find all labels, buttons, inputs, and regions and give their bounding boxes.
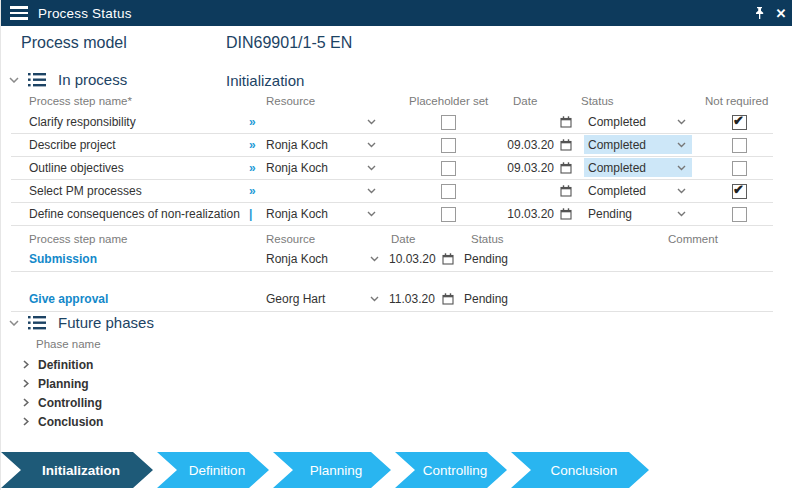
chevron-down-icon [677,142,686,148]
table-row: Describe project»Ronja Koch09.03.20Compl… [11,133,773,157]
phase-name: Definition [38,358,93,372]
col2-comment: Comment [668,233,718,245]
calendar-icon[interactable] [559,110,573,133]
hamburger-menu-icon[interactable] [10,6,28,20]
date-value[interactable]: 11.03.20 [389,287,435,311]
resource-dropdown-chevron-icon[interactable] [366,247,382,271]
not-required-checkbox[interactable] [732,161,747,176]
step-link[interactable]: Give approval [29,287,108,311]
resource-dropdown-chevron-icon[interactable] [363,179,379,202]
approval-row: SubmissionRonja Koch10.03.20Pending [11,247,773,272]
process-model-label: Process model [21,34,127,52]
resource-marker-icon: » [249,110,256,133]
col-resource: Resource [266,95,315,107]
calendar-icon[interactable] [559,179,573,202]
status-dropdown[interactable]: Completed [582,110,698,133]
resource-dropdown-chevron-icon[interactable] [363,110,379,133]
calendar-icon[interactable] [559,156,573,179]
date-value[interactable]: 09.03.20 [491,133,554,156]
section-in-process-header: In process [9,71,127,88]
placeholder-checkbox[interactable] [441,115,456,130]
calendar-icon[interactable] [441,247,455,271]
status-value: Pending [464,287,508,311]
date-value[interactable]: 09.03.20 [491,156,554,179]
step-name: Define consequences of non-realization [29,202,240,225]
status-dropdown[interactable]: Completed [582,156,698,179]
phase-item[interactable]: Planning [1,375,301,392]
expand-chevron-icon[interactable] [23,417,29,426]
phase-item[interactable]: Definition [1,356,301,373]
close-icon[interactable]: ✕ [770,0,792,26]
resource-value: Ronja Koch [266,247,328,271]
section-title: Future phases [58,314,154,331]
calendar-icon[interactable] [559,133,573,156]
col-phase-name: Phase name [36,338,101,350]
resource-marker-icon: » [249,179,256,202]
title-bar: Process Status ✕ [1,0,792,26]
pin-icon[interactable] [748,0,770,26]
process-status-window: Process Status ✕ Process model DIN69901/… [0,0,792,490]
list-icon [28,73,46,87]
status-dropdown[interactable]: Completed [582,133,698,156]
step-name: Select PM processes [29,179,142,202]
phase-item[interactable]: Conclusion [1,413,301,430]
expand-chevron-icon[interactable] [23,379,29,388]
not-required-checkbox[interactable] [732,115,747,130]
phase-name: Planning [38,377,89,391]
placeholder-checkbox[interactable] [441,207,456,222]
collapse-chevron-icon[interactable] [9,320,19,326]
col-placeholder-set: Placeholder set [409,95,488,107]
resource-dropdown-chevron-icon[interactable] [363,156,379,179]
table-row: Clarify responsibility»Completed [11,110,773,134]
placeholder-checkbox[interactable] [441,161,456,176]
chevron-down-icon [677,188,686,194]
process-model-value[interactable]: DIN69901/1-5 EN [226,34,352,52]
not-required-checkbox[interactable] [732,138,747,153]
phase-arrow-conclusion[interactable]: Conclusion [511,452,649,488]
step-name: Clarify responsibility [29,110,136,133]
resource-value: Ronja Koch [266,156,328,179]
not-required-checkbox[interactable] [732,207,747,222]
status-value: Pending [464,247,508,271]
resource-dropdown-chevron-icon[interactable] [363,133,379,156]
date-value[interactable] [491,179,554,202]
calendar-icon[interactable] [441,287,455,311]
col-process-step-name: Process step name* [29,95,132,107]
approval-row: Give approvalGeorg Hart11.03.20Pending [11,287,773,312]
placeholder-checkbox[interactable] [441,184,456,199]
resource-dropdown-chevron-icon[interactable] [366,287,382,311]
phase-arrow-planning[interactable]: Planning [273,452,391,488]
not-required-checkbox[interactable] [732,184,747,199]
phase-item[interactable]: Controlling [1,394,301,411]
calendar-icon[interactable] [559,202,573,225]
status-value: Completed [588,184,646,198]
col2-process-step-name: Process step name [29,233,127,245]
date-value[interactable] [491,110,554,133]
phase-name: Conclusion [38,415,103,429]
step-link[interactable]: Submission [29,247,97,271]
date-value[interactable]: 10.03.20 [491,202,554,225]
resource-marker-icon: » [249,156,256,179]
status-value: Completed [588,115,646,129]
resource-value: Ronja Koch [266,133,328,156]
resource-marker-icon: » [249,133,256,156]
resource-dropdown-chevron-icon[interactable] [363,202,379,225]
expand-chevron-icon[interactable] [23,398,29,407]
table-row: Outline objectives»Ronja Koch09.03.20Com… [11,156,773,180]
phase-name: Controlling [38,396,102,410]
col-date: Date [513,95,537,107]
phase-arrow-controlling[interactable]: Controlling [395,452,507,488]
phase-arrow-definition[interactable]: Definition [157,452,269,488]
col-not-required: Not required [705,95,768,107]
phase-arrow-initialization[interactable]: Initialization [1,452,153,488]
resource-value: Ronja Koch [266,202,328,225]
collapse-chevron-icon[interactable] [9,77,19,83]
current-phase-label: Initialization [226,72,304,89]
date-value[interactable]: 10.03.20 [389,247,436,271]
col2-date: Date [391,233,415,245]
placeholder-checkbox[interactable] [441,138,456,153]
status-dropdown[interactable]: Completed [582,179,698,202]
resource-marker-icon: | [249,202,252,225]
expand-chevron-icon[interactable] [23,360,29,369]
status-dropdown[interactable]: Pending [582,202,698,225]
